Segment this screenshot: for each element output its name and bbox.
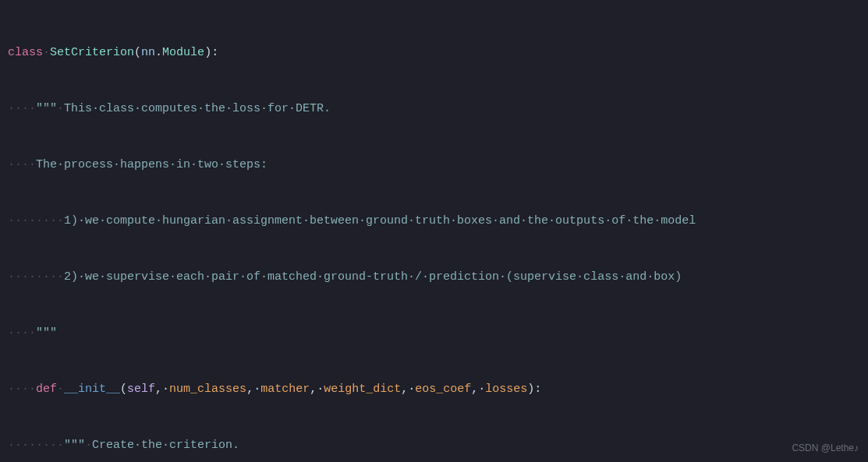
docstring-text: 2)·we·supervise·each·pair·of·matched·gro… (64, 268, 682, 287)
watermark: CSDN @Lethe♪ (792, 439, 859, 457)
code-line: ········1)·we·compute·hungarian·assignme… (8, 212, 868, 231)
docstring-text: Create·the·criterion. (92, 436, 239, 455)
function-name: __init__ (64, 380, 120, 399)
code-editor: class·SetCriterion(nn.Module): ····"""·T… (0, 0, 868, 462)
code-line: ········2)·we·supervise·each·pair·of·mat… (8, 268, 868, 287)
param: losses (485, 380, 527, 399)
param: weight_dict (324, 380, 401, 399)
indent-dots: ···· (8, 100, 36, 118)
class-name: SetCriterion (50, 44, 134, 62)
docstring-text: 1)·we·compute·hungarian·assignment·betwe… (64, 212, 696, 231)
code-line: ········"""·Create·the·criterion. (8, 436, 868, 455)
docstring-text: This·class·computes·the·loss·for·DETR. (64, 100, 331, 118)
param: matcher (260, 380, 310, 399)
docstring-quote: """ (36, 100, 57, 118)
keyword-class: class (8, 44, 43, 62)
ws-dot: · (43, 44, 50, 62)
docstring-text: The·process·happens·in·two·steps: (36, 156, 267, 175)
code-line: ····The·process·happens·in·two·steps: (8, 156, 868, 175)
docstring-quote: """ (64, 436, 85, 455)
param-self: self (127, 380, 155, 399)
code-line: ····""" (8, 324, 868, 343)
code-line: ····def·__init__(self,·num_classes,·matc… (8, 380, 868, 399)
param: eos_coef (415, 380, 471, 399)
docstring-quote: """ (36, 324, 57, 343)
param: num_classes (169, 380, 246, 399)
keyword-def: def (36, 380, 57, 399)
code-line: ····"""·This·class·computes·the·loss·for… (8, 100, 868, 118)
code-line: class·SetCriterion(nn.Module): (8, 44, 868, 62)
